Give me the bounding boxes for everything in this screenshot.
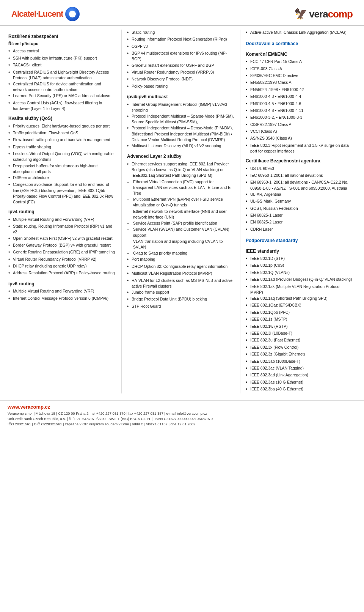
- list-item: • Protocol Independent Multicast – Spars…: [127, 113, 235, 125]
- list-item: • CISPR22:1997 Class A: [246, 122, 353, 128]
- security-title: Rozšířené zabezpečení: [8, 33, 116, 40]
- bullet-icon: •: [246, 87, 250, 93]
- bullet-icon: •: [246, 66, 250, 72]
- bullet-icon: •: [246, 166, 250, 172]
- list-item: • DiffServ architecture: [8, 175, 116, 181]
- bullet-icon: •: [127, 271, 132, 277]
- list-item: • Centralized RADIUS for device authenti…: [8, 81, 116, 93]
- bullet-icon: •: [8, 263, 13, 270]
- bullet-icon: •: [127, 264, 132, 270]
- bullet-icon: •: [8, 69, 13, 76]
- list-item: • Learned Port Security (LPS) or MAC add…: [8, 93, 116, 99]
- bullet-icon: •: [246, 345, 250, 351]
- list-item: • GOST, Russian Federation: [246, 206, 353, 212]
- bullet-icon: •: [246, 173, 250, 179]
- list-item: • EN61000-4-5 • EN61000-4-6: [246, 101, 353, 107]
- list-item: – Ethernet Virtual Connection (EVC) supp…: [127, 179, 235, 197]
- list-item: • Multicast VLAN Registration Protocol (…: [127, 271, 235, 277]
- list-item: • EN 60825-1 Laser: [246, 212, 353, 219]
- std-title: Podporované standardy: [246, 238, 353, 244]
- list-item: • IEEE 802.3ad (Link Aggregation): [246, 372, 353, 379]
- list-item: • IEEE 802.1s (MSTP): [246, 316, 353, 323]
- list-item: • EN 60825-2 Laser: [246, 219, 353, 226]
- bullet-icon: •: [127, 83, 132, 90]
- list-item: • Egress traffic shaping: [8, 144, 116, 151]
- list-item: • IEEE 802.3 Hipot requirement and 1.5 k…: [246, 143, 353, 154]
- bullet-icon: •: [127, 289, 132, 296]
- list-item: • IEEE 802.1Q (VLANs): [246, 270, 353, 276]
- bullet-icon: •: [8, 223, 13, 230]
- list-item: • Address Resolution Protocol (ARP) • Po…: [8, 270, 116, 277]
- bullet-icon: •: [246, 351, 250, 358]
- header: Alcatel·Lucent 🦅 veracomp: [0, 0, 364, 26]
- list-item: • IEEE 802.3x (Flow Control): [246, 345, 353, 351]
- list-item: • IEEE 802.3z (Gigabit Ethernet): [246, 351, 353, 358]
- list-item: • IEEE 802.3ae (10 G Ethernet): [246, 379, 353, 386]
- list-item: • UL-GS Mark, Germany: [246, 198, 353, 205]
- bullet-icon: •: [8, 123, 13, 130]
- list-item: • Access control: [8, 48, 116, 55]
- list-item: • Policy-based routing: [127, 83, 235, 90]
- footer-url[interactable]: www.veracomp.cz: [8, 404, 356, 410]
- list-item: • Access Control Lists (ACLs); flow-base…: [8, 100, 116, 112]
- bullet-icon: •: [127, 256, 132, 263]
- bullet-icon: •: [246, 316, 250, 323]
- bullet-icon: •: [246, 198, 250, 205]
- dash-icon: –: [127, 227, 133, 232]
- bullet-icon: •: [8, 62, 13, 69]
- bullet-icon: •: [246, 277, 250, 283]
- dash-icon: –: [127, 250, 133, 256]
- bullet-icon: •: [8, 151, 13, 157]
- ieee-title: iEEE standardy: [246, 248, 353, 255]
- list-item: • IEC 60950-1:2001; all national deviati…: [246, 173, 353, 179]
- bullet-icon: •: [8, 182, 13, 188]
- bullet-icon: •: [246, 263, 250, 269]
- list-item: • Multiple Virtual Routing and Forwardin…: [8, 288, 116, 295]
- list-item: • TACACS+ client: [8, 62, 116, 69]
- list-item: – Ethernet network-to-network interface …: [127, 209, 235, 220]
- list-item: • EN55022:1998 Class A: [246, 80, 353, 86]
- list-item: • IEEE 802.1ad (Provider Bridges) (Q-in-…: [246, 277, 353, 283]
- list-item: • Ethernet services support using IEEE 8…: [127, 161, 235, 179]
- list-item: • EN55024 :1998 • EN61000-42: [246, 87, 353, 93]
- list-item: – Service Access Point (SAP) profile ide…: [127, 220, 235, 226]
- main-content: Rozšířené zabezpečení Řízení přístupu • …: [0, 30, 364, 393]
- bullet-icon: •: [246, 80, 250, 86]
- column-1: Rozšířené zabezpečení Řízení přístupu • …: [7, 30, 120, 393]
- bullet-icon: •: [246, 192, 250, 198]
- bullet-icon: •: [8, 137, 13, 143]
- bullet-icon: •: [246, 379, 250, 386]
- dash-icon: –: [127, 209, 133, 214]
- bullet-icon: •: [8, 217, 13, 223]
- bullet-icon: •: [246, 143, 250, 149]
- bullet-icon: •: [127, 102, 132, 108]
- bullet-icon: •: [246, 359, 250, 365]
- bullet-icon: •: [246, 115, 250, 121]
- security-subtitle: Řízení přístupu: [8, 41, 116, 47]
- list-item: • FCC 47 CFR Part 15 Class A: [246, 59, 353, 65]
- list-item: • IEEE 802.3ac (VLAN Tagging): [246, 365, 353, 372]
- bullet-icon: •: [246, 129, 250, 135]
- dash-icon: –: [127, 239, 133, 244]
- bullet-icon: •: [246, 372, 250, 379]
- alcatel-text: Alcatel·Lucent: [11, 9, 63, 19]
- list-item: • Static routing, Routing Information Pr…: [8, 223, 116, 235]
- bullet-icon: •: [8, 270, 13, 277]
- page: Alcatel·Lucent 🦅 veracomp Rozšířené zabe…: [0, 0, 364, 612]
- list-item: • Routing Information Protocol Next Gene…: [127, 36, 235, 43]
- list-item: • Internet Control Message Protocol vers…: [8, 296, 116, 302]
- bullet-icon: •: [246, 135, 250, 142]
- bullet-icon: •: [246, 30, 250, 36]
- emi-title: Komerční EMi/EMC: [246, 51, 353, 58]
- bullet-icon: •: [246, 179, 250, 186]
- bullet-icon: •: [246, 59, 250, 65]
- logo-alcatel-lucent: Alcatel·Lucent: [11, 7, 80, 21]
- bullet-icon: •: [246, 212, 250, 219]
- bullet-icon: •: [246, 337, 250, 344]
- bullet-icon: •: [246, 365, 250, 372]
- bullet-icon: •: [127, 113, 132, 120]
- list-item: • Network Discovery Protocol (NDP): [127, 76, 235, 83]
- bullet-icon: •: [8, 256, 13, 263]
- bullet-icon: •: [127, 278, 132, 284]
- bullet-icon: •: [8, 144, 13, 151]
